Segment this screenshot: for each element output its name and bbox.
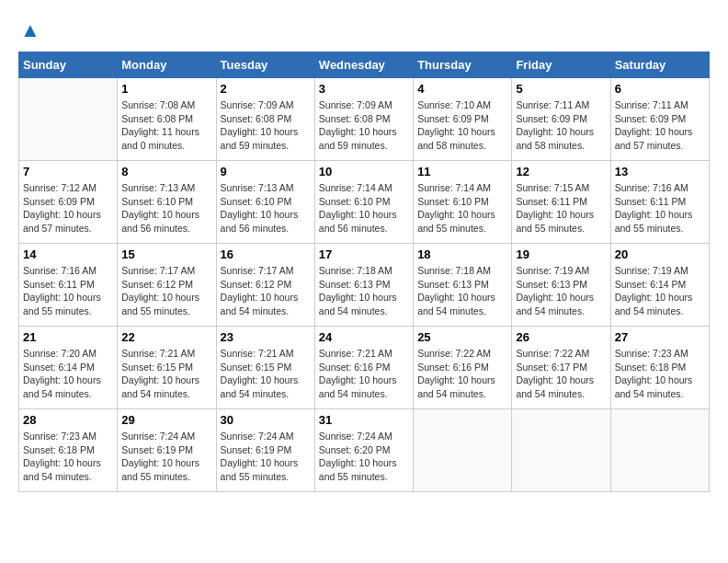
day-number: 24 bbox=[319, 330, 409, 344]
day-header-sunday: Sunday bbox=[19, 52, 118, 78]
day-number: 18 bbox=[417, 247, 507, 261]
day-number: 12 bbox=[516, 165, 606, 178]
cell-info: Sunrise: 7:12 AMSunset: 6:09 PMDaylight:… bbox=[23, 181, 113, 236]
day-number: 28 bbox=[23, 413, 113, 427]
cell-info: Sunrise: 7:17 AMSunset: 6:12 PMDaylight:… bbox=[221, 264, 311, 318]
calendar-cell: 2Sunrise: 7:09 AMSunset: 6:08 PMDaylight… bbox=[216, 78, 314, 161]
cell-info: Sunrise: 7:09 AMSunset: 6:08 PMDaylight:… bbox=[319, 98, 409, 153]
day-number: 30 bbox=[221, 413, 311, 427]
calendar-cell: 9Sunrise: 7:13 AMSunset: 6:10 PMDaylight… bbox=[216, 161, 314, 244]
calendar-cell: 28Sunrise: 7:23 AMSunset: 6:18 PMDayligh… bbox=[19, 409, 118, 492]
calendar-cell: 3Sunrise: 7:09 AMSunset: 6:08 PMDaylight… bbox=[314, 78, 413, 161]
cell-info: Sunrise: 7:22 AMSunset: 6:16 PMDaylight:… bbox=[417, 347, 507, 401]
day-number: 9 bbox=[221, 165, 311, 178]
logo: ▲ bbox=[18, 18, 40, 42]
day-number: 19 bbox=[516, 247, 606, 261]
cell-info: Sunrise: 7:10 AMSunset: 6:09 PMDaylight:… bbox=[417, 98, 507, 153]
day-number: 15 bbox=[121, 247, 211, 261]
day-header-monday: Monday bbox=[118, 52, 216, 78]
day-number: 25 bbox=[417, 330, 507, 344]
cell-info: Sunrise: 7:24 AMSunset: 6:19 PMDaylight:… bbox=[221, 430, 311, 484]
calendar-cell: 19Sunrise: 7:19 AMSunset: 6:13 PMDayligh… bbox=[512, 244, 610, 327]
day-number: 5 bbox=[516, 82, 606, 96]
calendar-cell: 12Sunrise: 7:15 AMSunset: 6:11 PMDayligh… bbox=[512, 161, 610, 244]
cell-info: Sunrise: 7:09 AMSunset: 6:08 PMDaylight:… bbox=[221, 98, 311, 153]
cell-info: Sunrise: 7:13 AMSunset: 6:10 PMDaylight:… bbox=[221, 181, 311, 236]
day-number: 29 bbox=[121, 413, 211, 427]
day-number: 14 bbox=[23, 247, 113, 261]
calendar-cell: 11Sunrise: 7:14 AMSunset: 6:10 PMDayligh… bbox=[414, 161, 512, 244]
logo-bird-icon: ▲ bbox=[20, 18, 40, 42]
page-header: ▲ bbox=[18, 18, 710, 42]
day-number: 17 bbox=[319, 247, 409, 261]
day-number: 6 bbox=[615, 82, 705, 96]
day-number: 8 bbox=[121, 165, 211, 178]
day-number: 20 bbox=[615, 247, 705, 261]
day-header-friday: Friday bbox=[512, 52, 610, 78]
cell-info: Sunrise: 7:14 AMSunset: 6:10 PMDaylight:… bbox=[417, 181, 507, 236]
cell-info: Sunrise: 7:11 AMSunset: 6:09 PMDaylight:… bbox=[615, 98, 705, 153]
calendar-cell bbox=[414, 409, 512, 492]
week-row-4: 21Sunrise: 7:20 AMSunset: 6:14 PMDayligh… bbox=[19, 327, 710, 409]
cell-info: Sunrise: 7:18 AMSunset: 6:13 PMDaylight:… bbox=[319, 264, 409, 318]
cell-info: Sunrise: 7:16 AMSunset: 6:11 PMDaylight:… bbox=[615, 181, 705, 236]
day-number: 11 bbox=[417, 165, 507, 178]
cell-info: Sunrise: 7:21 AMSunset: 6:15 PMDaylight:… bbox=[121, 347, 211, 401]
calendar-cell: 23Sunrise: 7:21 AMSunset: 6:15 PMDayligh… bbox=[216, 327, 314, 409]
cell-info: Sunrise: 7:19 AMSunset: 6:13 PMDaylight:… bbox=[516, 264, 606, 318]
calendar-header-row: SundayMondayTuesdayWednesdayThursdayFrid… bbox=[19, 52, 710, 78]
cell-info: Sunrise: 7:16 AMSunset: 6:11 PMDaylight:… bbox=[23, 264, 113, 318]
calendar-cell: 1Sunrise: 7:08 AMSunset: 6:08 PMDaylight… bbox=[118, 78, 216, 161]
calendar-cell: 10Sunrise: 7:14 AMSunset: 6:10 PMDayligh… bbox=[314, 161, 413, 244]
calendar-cell: 27Sunrise: 7:23 AMSunset: 6:18 PMDayligh… bbox=[610, 327, 709, 409]
cell-info: Sunrise: 7:13 AMSunset: 6:10 PMDaylight:… bbox=[121, 181, 211, 236]
calendar-cell: 26Sunrise: 7:22 AMSunset: 6:17 PMDayligh… bbox=[512, 327, 610, 409]
cell-info: Sunrise: 7:08 AMSunset: 6:08 PMDaylight:… bbox=[121, 98, 211, 153]
calendar-cell: 13Sunrise: 7:16 AMSunset: 6:11 PMDayligh… bbox=[610, 161, 709, 244]
cell-info: Sunrise: 7:14 AMSunset: 6:10 PMDaylight:… bbox=[319, 181, 409, 236]
day-header-tuesday: Tuesday bbox=[216, 52, 314, 78]
cell-info: Sunrise: 7:21 AMSunset: 6:15 PMDaylight:… bbox=[221, 347, 311, 401]
day-number: 31 bbox=[319, 413, 409, 427]
calendar-cell: 5Sunrise: 7:11 AMSunset: 6:09 PMDaylight… bbox=[512, 78, 610, 161]
calendar-cell: 22Sunrise: 7:21 AMSunset: 6:15 PMDayligh… bbox=[118, 327, 216, 409]
calendar-cell: 17Sunrise: 7:18 AMSunset: 6:13 PMDayligh… bbox=[314, 244, 413, 327]
day-number: 1 bbox=[121, 82, 211, 96]
day-number: 27 bbox=[615, 330, 705, 344]
week-row-1: 1Sunrise: 7:08 AMSunset: 6:08 PMDaylight… bbox=[19, 78, 710, 161]
cell-info: Sunrise: 7:18 AMSunset: 6:13 PMDaylight:… bbox=[417, 264, 507, 318]
calendar-cell bbox=[19, 78, 118, 161]
cell-info: Sunrise: 7:22 AMSunset: 6:17 PMDaylight:… bbox=[516, 347, 606, 401]
day-number: 16 bbox=[221, 247, 311, 261]
calendar-cell: 6Sunrise: 7:11 AMSunset: 6:09 PMDaylight… bbox=[610, 78, 709, 161]
day-header-thursday: Thursday bbox=[414, 52, 512, 78]
day-header-saturday: Saturday bbox=[610, 52, 709, 78]
calendar-cell: 14Sunrise: 7:16 AMSunset: 6:11 PMDayligh… bbox=[19, 244, 118, 327]
calendar-cell bbox=[512, 409, 610, 492]
cell-info: Sunrise: 7:21 AMSunset: 6:16 PMDaylight:… bbox=[319, 347, 409, 401]
calendar-cell bbox=[610, 409, 709, 492]
cell-info: Sunrise: 7:23 AMSunset: 6:18 PMDaylight:… bbox=[615, 347, 705, 401]
day-number: 26 bbox=[516, 330, 606, 344]
day-number: 2 bbox=[221, 82, 311, 96]
calendar-cell: 31Sunrise: 7:24 AMSunset: 6:20 PMDayligh… bbox=[314, 409, 413, 492]
cell-info: Sunrise: 7:24 AMSunset: 6:19 PMDaylight:… bbox=[121, 430, 211, 484]
calendar-cell: 24Sunrise: 7:21 AMSunset: 6:16 PMDayligh… bbox=[314, 327, 413, 409]
cell-info: Sunrise: 7:23 AMSunset: 6:18 PMDaylight:… bbox=[23, 430, 113, 484]
calendar-table: SundayMondayTuesdayWednesdayThursdayFrid… bbox=[18, 52, 710, 492]
calendar-cell: 8Sunrise: 7:13 AMSunset: 6:10 PMDaylight… bbox=[118, 161, 216, 244]
cell-info: Sunrise: 7:11 AMSunset: 6:09 PMDaylight:… bbox=[516, 98, 606, 153]
week-row-2: 7Sunrise: 7:12 AMSunset: 6:09 PMDaylight… bbox=[19, 161, 710, 244]
calendar-cell: 29Sunrise: 7:24 AMSunset: 6:19 PMDayligh… bbox=[118, 409, 216, 492]
day-number: 10 bbox=[319, 165, 409, 178]
cell-info: Sunrise: 7:19 AMSunset: 6:14 PMDaylight:… bbox=[615, 264, 705, 318]
calendar-cell: 30Sunrise: 7:24 AMSunset: 6:19 PMDayligh… bbox=[216, 409, 314, 492]
calendar-cell: 25Sunrise: 7:22 AMSunset: 6:16 PMDayligh… bbox=[414, 327, 512, 409]
calendar-cell: 4Sunrise: 7:10 AMSunset: 6:09 PMDaylight… bbox=[414, 78, 512, 161]
calendar-cell: 21Sunrise: 7:20 AMSunset: 6:14 PMDayligh… bbox=[19, 327, 118, 409]
week-row-3: 14Sunrise: 7:16 AMSunset: 6:11 PMDayligh… bbox=[19, 244, 710, 327]
calendar-cell: 15Sunrise: 7:17 AMSunset: 6:12 PMDayligh… bbox=[118, 244, 216, 327]
cell-info: Sunrise: 7:24 AMSunset: 6:20 PMDaylight:… bbox=[319, 430, 409, 484]
day-number: 23 bbox=[221, 330, 311, 344]
day-number: 4 bbox=[417, 82, 507, 96]
